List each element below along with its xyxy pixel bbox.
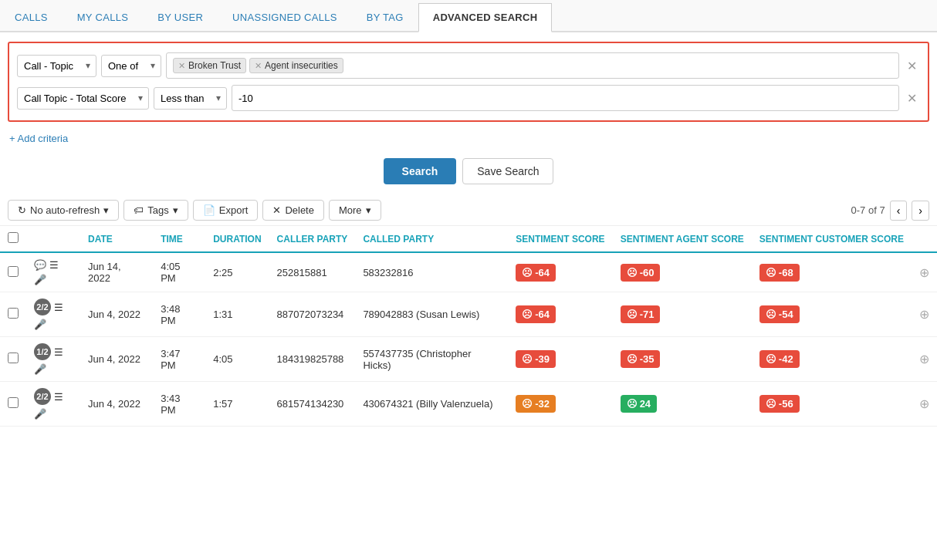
field-select-2[interactable]: Call Topic - Total Score <box>17 87 149 110</box>
criteria-row-2-close[interactable]: ✕ <box>904 91 920 106</box>
operator-dropdown-1[interactable]: One of <box>101 55 161 77</box>
prev-page-button[interactable]: ‹ <box>890 201 908 221</box>
row-customer-score: ☹-68 <box>752 252 912 292</box>
criteria-text-field-2[interactable] <box>238 93 892 104</box>
row-checkbox[interactable] <box>8 266 19 277</box>
row-expand-cell[interactable]: ⊕ <box>912 337 937 382</box>
row-agent-score: ☹-71 <box>613 292 752 337</box>
tag-x-icon[interactable]: ✕ <box>178 61 185 71</box>
row-time: 3:47 PM <box>153 337 205 382</box>
criteria-value-1[interactable]: ✕ Broken Trust ✕ Agent insecurities <box>166 52 899 79</box>
table-header-row: DATE TIME DURATION CALLER PARTY CALLED P… <box>0 226 937 252</box>
header-agent-score[interactable]: SENTIMENT AGENT SCORE <box>613 226 752 252</box>
add-criteria-link[interactable]: + Add criteria <box>9 133 68 144</box>
expand-row-button[interactable]: ⊕ <box>919 308 929 321</box>
row-called[interactable]: 430674321 (Billy Valenzuela) <box>355 382 508 427</box>
criteria-row-1: Call - Topic One of ✕ Broken Trust ✕ Age… <box>15 49 922 82</box>
row-checkbox[interactable] <box>8 397 19 408</box>
expand-row-button[interactable]: ⊕ <box>919 353 929 366</box>
header-time[interactable]: TIME <box>153 226 205 252</box>
agent-score-icon: ☹ <box>627 267 638 278</box>
row-agent-score: ☹24 <box>613 382 752 427</box>
row-checkbox-cell[interactable] <box>0 252 26 292</box>
list-icon: ☰ <box>54 391 63 403</box>
next-page-button[interactable]: › <box>912 201 929 221</box>
row-caller[interactable]: 681574134230 <box>269 382 356 427</box>
tags-button[interactable]: 🏷 Tags ▾ <box>123 200 188 221</box>
criteria-value-2[interactable] <box>232 85 899 111</box>
tag-agent-insecurities[interactable]: ✕ Agent insecurities <box>249 58 343 73</box>
row-icons-cell: 💬☰🎤 <box>26 252 80 292</box>
row-duration[interactable]: 1:57 <box>205 382 269 427</box>
operator-dropdown-2[interactable]: Less than <box>154 87 227 110</box>
field-dropdown-2[interactable]: Call Topic - Total Score <box>17 87 149 110</box>
row-expand-cell[interactable]: ⊕ <box>912 382 937 427</box>
expand-row-button[interactable]: ⊕ <box>919 266 929 279</box>
save-search-button[interactable]: Save Search <box>462 158 553 184</box>
row-agent-score: ☹-60 <box>613 252 752 292</box>
row-checkbox[interactable] <box>8 308 19 319</box>
row-called[interactable]: 557437735 (Christopher Hicks) <box>355 337 508 382</box>
header-sentiment-score[interactable]: SENTIMENT SCORE <box>508 226 612 252</box>
mic-icon: 🎤 <box>34 363 46 375</box>
field-select-1[interactable]: Call - Topic <box>17 55 96 77</box>
header-duration[interactable]: DURATION <box>205 226 269 252</box>
tab-calls[interactable]: CALLS <box>0 3 63 31</box>
tab-by-tag[interactable]: BY TAG <box>352 3 418 31</box>
row-date: Jun 4, 2022 <box>80 382 153 427</box>
tab-by-user[interactable]: BY USER <box>143 3 218 31</box>
customer-score-badge: ☹-56 <box>759 395 800 413</box>
criteria-row-1-close[interactable]: ✕ <box>904 59 920 73</box>
row-called[interactable]: 789042883 (Susan Lewis) <box>355 292 508 337</box>
row-duration[interactable]: 2:25 <box>205 252 269 292</box>
search-button[interactable]: Search <box>384 158 457 184</box>
export-button[interactable]: 📄 Export <box>193 200 259 221</box>
delete-button[interactable]: ✕ Delete <box>262 200 324 221</box>
row-customer-score: ☹-56 <box>752 382 912 427</box>
row-caller[interactable]: 252815881 <box>269 252 356 292</box>
tag-x-icon-2[interactable]: ✕ <box>255 61 262 71</box>
tab-advanced-search[interactable]: ADVANCED SEARCH <box>418 3 553 32</box>
row-icons-cell: 1/2☰🎤 <box>26 337 80 382</box>
row-checkbox-cell[interactable] <box>0 292 26 337</box>
row-caller[interactable]: 887072073234 <box>269 292 356 337</box>
row-checkbox-cell[interactable] <box>0 382 26 427</box>
header-select-all[interactable] <box>0 226 26 252</box>
row-date: Jun 4, 2022 <box>80 292 153 337</box>
row-called[interactable]: 583232816 <box>355 252 508 292</box>
chat-icon: 💬 <box>34 259 46 271</box>
row-checkbox-cell[interactable] <box>0 337 26 382</box>
results-toolbar: ↻ No auto-refresh ▾ 🏷 Tags ▾ 📄 Export ✕ … <box>0 195 937 226</box>
header-caller-party[interactable]: CALLER PARTY <box>269 226 356 252</box>
row-caller[interactable]: 184319825788 <box>269 337 356 382</box>
header-date[interactable]: DATE <box>80 226 153 252</box>
row-date: Jun 14, 2022 <box>80 252 153 292</box>
header-called-party[interactable]: CALLED PARTY <box>355 226 508 252</box>
tags-chevron: ▾ <box>173 204 178 216</box>
auto-refresh-chevron: ▾ <box>103 204 109 216</box>
row-duration[interactable]: 1:31 <box>205 292 269 337</box>
row-duration[interactable]: 4:05 <box>205 337 269 382</box>
delete-icon: ✕ <box>272 204 281 216</box>
operator-select-2[interactable]: Less than <box>154 87 227 110</box>
operator-select-1[interactable]: One of <box>101 55 161 77</box>
expand-row-button[interactable]: ⊕ <box>919 397 929 410</box>
customer-score-icon: ☹ <box>766 309 776 320</box>
row-expand-cell[interactable]: ⊕ <box>912 252 937 292</box>
row-expand-cell[interactable]: ⊕ <box>912 292 937 337</box>
field-dropdown-1[interactable]: Call - Topic <box>17 55 96 77</box>
table-row: 2/2☰🎤 Jun 4, 2022 3:43 PM 1:57 681574134… <box>0 382 937 427</box>
customer-score-badge: ☹-54 <box>759 305 800 323</box>
tab-my-calls[interactable]: MY CALLS <box>63 3 143 31</box>
mic-icon: 🎤 <box>34 408 46 420</box>
header-customer-score[interactable]: SENTIMENT CUSTOMER SCORE <box>752 226 912 252</box>
more-button[interactable]: More ▾ <box>329 200 381 221</box>
tag-broken-trust[interactable]: ✕ Broken Trust <box>173 58 246 73</box>
select-all-checkbox[interactable] <box>8 232 19 243</box>
sentiment-score-icon: ☹ <box>522 398 533 410</box>
more-chevron: ▾ <box>366 204 371 216</box>
tab-unassigned[interactable]: UNASSIGNED CALLS <box>218 3 352 31</box>
auto-refresh-button[interactable]: ↻ No auto-refresh ▾ <box>8 200 119 221</box>
customer-score-icon: ☹ <box>766 353 776 365</box>
row-checkbox[interactable] <box>8 353 19 363</box>
